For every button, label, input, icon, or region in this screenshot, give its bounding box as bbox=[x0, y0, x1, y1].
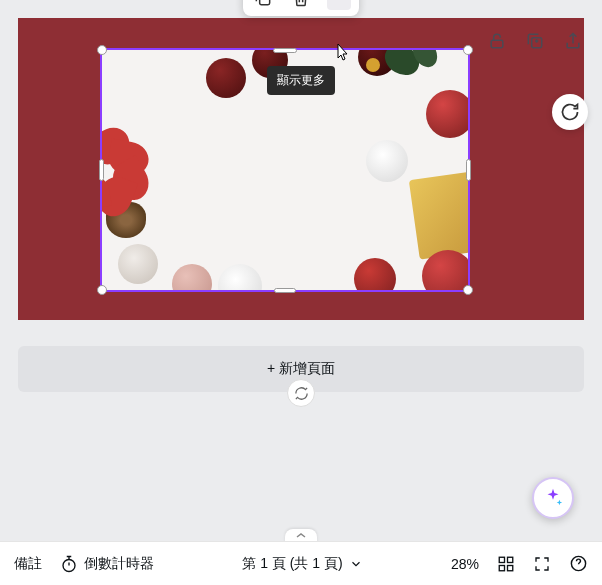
resize-handle-bottom[interactable] bbox=[274, 288, 296, 293]
share-button[interactable] bbox=[560, 28, 586, 54]
bottom-bar: 備註 倒數計時器 第 1 頁 (共 1 頁) 28% bbox=[0, 541, 602, 585]
fullscreen-button[interactable] bbox=[533, 555, 551, 573]
resize-handle-tr[interactable] bbox=[463, 45, 473, 55]
copy-page-button[interactable] bbox=[522, 28, 548, 54]
zoom-level[interactable]: 28% bbox=[451, 556, 479, 572]
delete-button[interactable] bbox=[289, 0, 313, 10]
resize-handle-br[interactable] bbox=[463, 285, 473, 295]
resize-handle-left[interactable] bbox=[99, 159, 104, 181]
duplicate-button[interactable] bbox=[251, 0, 275, 10]
tooltip: 顯示更多 bbox=[267, 66, 335, 95]
help-button[interactable] bbox=[569, 554, 588, 573]
page-indicator[interactable]: 第 1 頁 (共 1 頁) bbox=[242, 555, 342, 573]
lock-button[interactable] bbox=[484, 28, 510, 54]
magic-fab[interactable] bbox=[532, 477, 574, 519]
crop-handle-top[interactable] bbox=[273, 48, 297, 53]
canvas-page[interactable] bbox=[18, 18, 584, 320]
svg-rect-10 bbox=[508, 565, 513, 570]
svg-rect-0 bbox=[260, 0, 270, 5]
resize-handle-bl[interactable] bbox=[97, 285, 107, 295]
more-button[interactable] bbox=[327, 0, 351, 10]
grid-view-button[interactable] bbox=[497, 555, 515, 573]
resize-handle-tl[interactable] bbox=[97, 45, 107, 55]
page-tools bbox=[484, 28, 586, 54]
svg-rect-4 bbox=[491, 40, 503, 47]
svg-rect-8 bbox=[508, 557, 513, 562]
chevron-down-icon[interactable] bbox=[349, 557, 363, 571]
notes-button[interactable]: 備註 bbox=[14, 555, 42, 573]
timer-button[interactable]: 倒數計時器 bbox=[60, 555, 154, 573]
resize-handle-right[interactable] bbox=[466, 159, 471, 181]
context-toolbar bbox=[243, 0, 359, 16]
timer-label: 倒數計時器 bbox=[84, 555, 154, 573]
sync-button[interactable] bbox=[287, 379, 315, 407]
svg-rect-9 bbox=[499, 565, 504, 570]
regenerate-fab[interactable] bbox=[552, 94, 588, 130]
svg-rect-7 bbox=[499, 557, 504, 562]
stopwatch-icon bbox=[60, 555, 78, 573]
